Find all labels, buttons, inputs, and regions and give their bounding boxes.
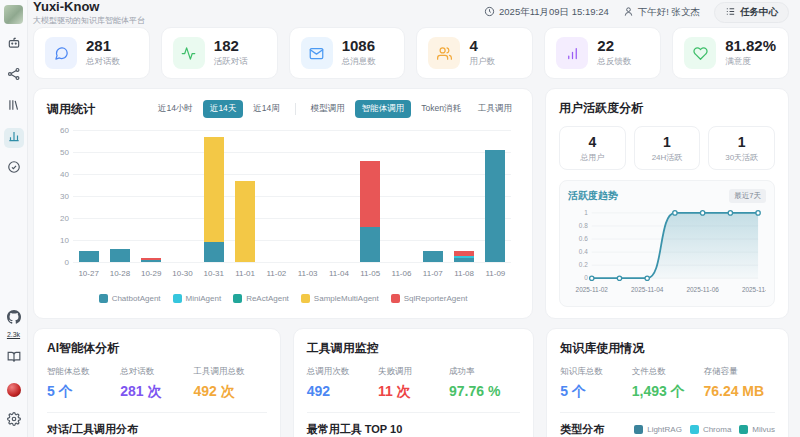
title-block: Yuxi-Know 大模型驱动的知识库智能体平台 (33, 0, 145, 25)
legend-item-MiniAgent[interactable]: MiniAgent (173, 294, 222, 303)
legend-label: SampleMultiAgent (314, 294, 379, 303)
bar-stack[interactable] (204, 137, 224, 262)
stat-card[interactable]: 281总对话数 (33, 27, 150, 79)
type-filter-工具调用[interactable]: 工具调用 (471, 100, 519, 118)
time-filter-近14周[interactable]: 近14周 (246, 100, 286, 118)
stat-card[interactable]: 4用户数 (416, 27, 533, 79)
stat-text: 4用户数 (469, 38, 495, 69)
stat-card[interactable]: 81.82%满意度 (672, 27, 789, 79)
datetime-text: 2025年11月09日 15:19:24 (499, 6, 609, 19)
bar-column-11-04: 11-04 (323, 130, 354, 262)
sidebar-item-schedule[interactable] (4, 159, 24, 179)
legend-label: Chroma (703, 425, 731, 434)
legend-swatch (301, 294, 310, 303)
sub-section-title: 类型分布 (560, 422, 604, 437)
mini-stat-label: 成功率 (449, 366, 520, 378)
type-filter-模型调用[interactable]: 模型调用 (304, 100, 352, 118)
legend-swatch (99, 294, 108, 303)
trend-point[interactable] (728, 211, 732, 215)
call-stats-panel: 调用统计 近14小时近14天近14周模型调用智能体调用Token消耗工具调用 0… (33, 88, 533, 319)
activity-stat-24H活跃: 124H活跃 (634, 126, 701, 170)
trend-point[interactable] (756, 211, 760, 215)
trend-point[interactable] (590, 276, 594, 280)
mini-stat-label: 工具调用总数 (193, 366, 266, 378)
bar-stack[interactable] (110, 249, 130, 262)
agent-calls-bar-chart: 010203040506010-2710-2810-2910-3010-3111… (47, 126, 519, 284)
type-filter-Token消耗[interactable]: Token消耗 (414, 100, 468, 118)
stat-card[interactable]: 22总反馈数 (544, 27, 661, 79)
bar-stack[interactable] (235, 181, 255, 262)
docs-link[interactable] (4, 349, 24, 369)
trend-point[interactable] (617, 276, 621, 280)
mini-stat-label: 失败调用 (378, 366, 449, 378)
legend-item-LightRAG[interactable]: LightRAG (634, 425, 682, 434)
bar-stack[interactable] (360, 161, 380, 262)
trend-point[interactable] (645, 276, 649, 280)
stat-card[interactable]: 182活跃对话 (161, 27, 278, 79)
github-star-count[interactable]: 2.3k (7, 331, 20, 338)
time-filter-近14天[interactable]: 近14天 (203, 100, 243, 118)
type-filter-智能体调用[interactable]: 智能体调用 (355, 100, 412, 118)
activity-trend-line-chart: 00.20.40.60.812025-11-022025-11-042025-1… (568, 203, 766, 302)
bar-stack[interactable] (79, 251, 99, 262)
activity-stat-label: 24H活跃 (637, 152, 698, 163)
x-axis-label: 10-29 (136, 269, 167, 278)
mini-stat-value: 492 (307, 383, 378, 399)
stat-card[interactable]: 1086总消息数 (289, 27, 406, 79)
bar-stack[interactable] (485, 150, 505, 262)
trend-point[interactable] (700, 211, 704, 215)
user-activity-panel: 用户活跃度分析 4总用户124H活跃130天活跃 活跃度趋势 最近7天 00.2… (545, 88, 789, 319)
bar-stack[interactable] (454, 251, 474, 262)
app-logo[interactable] (4, 5, 23, 24)
settings-button[interactable] (4, 411, 24, 431)
mini-stat-value: 1,493 个 (632, 383, 704, 401)
trend-point[interactable] (673, 211, 677, 215)
user-greeting[interactable]: 下午好! 张文杰 (623, 6, 700, 19)
x-axis-label: 10-31 (198, 269, 229, 278)
bar-segment-SampleMultiAgent (204, 137, 224, 243)
panel-title: AI智能体分析 (47, 340, 267, 357)
mail-icon (301, 37, 333, 69)
bar-stack[interactable] (423, 251, 443, 262)
sidebar-item-graph[interactable] (4, 66, 24, 86)
stat-text: 281总对话数 (86, 38, 120, 69)
x-axis-label: 11-02 (261, 269, 292, 278)
bar-segment-ChatbotAgent (110, 249, 130, 262)
sidebar-item-agents[interactable] (4, 35, 24, 55)
bar-segment-ChatbotAgent (360, 227, 380, 262)
legend-item-Chroma[interactable]: Chroma (690, 425, 731, 434)
book-icon (7, 350, 21, 368)
svg-text:0: 0 (584, 275, 588, 282)
bar-column-11-05: 11-05 (355, 130, 386, 262)
mini-stats-row: 总调用次数492失败调用11 次成功率97.76 % (307, 366, 521, 401)
legend-item-ReActAgent[interactable]: ReActAgent (233, 294, 289, 303)
bar-column-11-02: 11-02 (261, 130, 292, 262)
sidebar-item-dashboard[interactable] (4, 128, 24, 148)
stat-label: 用户数 (469, 56, 495, 68)
tool-monitor-panel: 工具调用监控总调用次数492失败调用11 次成功率97.76 %最常用工具 TO… (293, 328, 535, 437)
activity-stat-30天活跃: 130天活跃 (708, 126, 775, 170)
stat-label: 活跃对话 (214, 56, 248, 68)
y-axis-label: 30 (47, 192, 69, 201)
activity-stat-value: 4 (562, 134, 623, 150)
activity-stat-总用户: 4总用户 (559, 126, 626, 170)
legend-item-ChatbotAgent[interactable]: ChatbotAgent (99, 294, 161, 303)
task-center-button[interactable]: 任务中心 (714, 2, 789, 23)
legend-item-SampleMultiAgent[interactable]: SampleMultiAgent (301, 294, 379, 303)
clock-check-icon (7, 160, 21, 178)
legend-item-Milvus[interactable]: Milvus (739, 425, 775, 434)
bar-stack[interactable] (141, 258, 161, 262)
bar-chart-icon (556, 37, 588, 69)
sidebar-item-knowledge[interactable] (4, 97, 24, 117)
github-link[interactable] (4, 309, 24, 329)
legend-label: MiniAgent (186, 294, 222, 303)
community-link[interactable] (4, 380, 24, 400)
sidebar: 2.3k (0, 0, 28, 437)
github-icon (7, 310, 21, 328)
legend-item-SqlReporterAgent[interactable]: SqlReporterAgent (391, 294, 468, 303)
bar-column-11-08: 11-08 (448, 130, 479, 262)
stat-value: 22 (597, 38, 631, 55)
svg-text:0.4: 0.4 (579, 249, 588, 256)
time-filter-近14小时[interactable]: 近14小时 (151, 100, 200, 118)
y-axis-label: 50 (47, 148, 69, 157)
